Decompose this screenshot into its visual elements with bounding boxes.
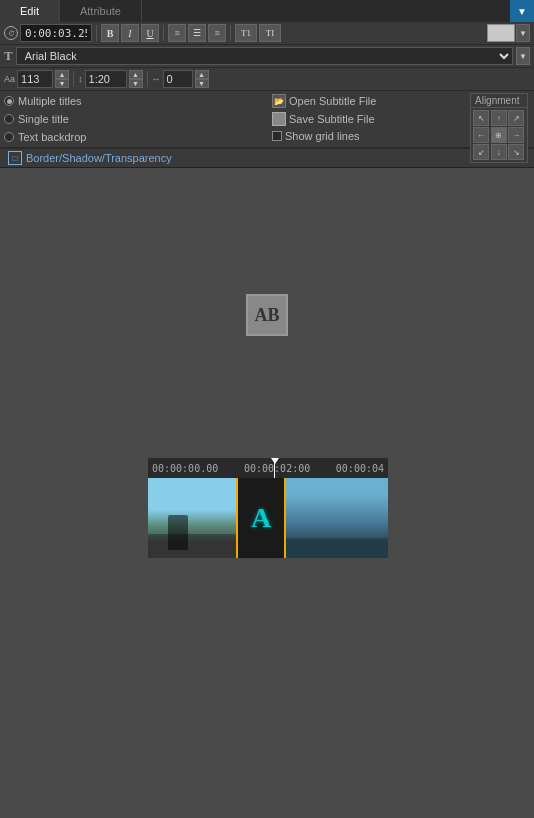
tab-dropdown-btn[interactable]: ▼ — [510, 0, 534, 22]
spacing2-input[interactable] — [163, 70, 193, 88]
clip-sky-left[interactable] — [148, 478, 236, 558]
italic-button[interactable]: I — [121, 24, 139, 42]
clip-text-center[interactable]: A — [236, 478, 286, 558]
toolbar-row-1: ⏱ B I U ≡ ☰ ≡ T1 TI ▼ — [0, 22, 534, 45]
font-select[interactable]: Arial Black — [16, 47, 513, 65]
font-size-input[interactable] — [17, 70, 53, 88]
align-grid: ↖ ↑ ↗ ← ⊕ → ↙ ↓ ↘ — [471, 108, 527, 162]
color-swatch[interactable] — [487, 24, 515, 42]
text-backdrop-option[interactable]: Text backdrop — [4, 129, 265, 145]
timeline-header: 00:00:00.00 00:00:02:00 00:00:04 — [148, 458, 388, 478]
underline-button[interactable]: U — [141, 24, 159, 42]
align-right-button[interactable]: ≡ — [208, 24, 226, 42]
align-bl-btn[interactable]: ↙ — [473, 144, 489, 160]
size-row: Aa ▲ ▼ ↕ ▲ ▼ ↔ ▲ ▼ — [0, 68, 534, 91]
tab-edit[interactable]: Edit — [0, 0, 60, 22]
multiple-titles-label: Multiple titles — [18, 95, 82, 107]
tab-edit-label: Edit — [20, 5, 39, 17]
align-left-button[interactable]: ≡ — [168, 24, 186, 42]
border-shadow-btn[interactable]: □ Border/Shadow/Transparency — [0, 148, 534, 167]
clock-icon: ⏱ — [4, 26, 18, 40]
bold-button[interactable]: B — [101, 24, 119, 42]
size-up-btn[interactable]: ▲ — [55, 70, 69, 79]
text-backdrop-label: Text backdrop — [18, 131, 86, 143]
text-backdrop-radio[interactable] — [4, 132, 14, 142]
canvas-area: AB — [0, 175, 534, 455]
single-title-label: Single title — [18, 113, 69, 125]
align-tr-btn[interactable]: ↗ — [508, 110, 524, 126]
font-row: T Arial Black ▼ — [0, 45, 534, 68]
playhead-arrow — [271, 458, 279, 464]
tab-bar: Edit Attribute ▼ — [0, 0, 534, 22]
tab-spacer — [142, 0, 510, 22]
align-tl-btn[interactable]: ↖ — [473, 110, 489, 126]
person-silhouette — [168, 515, 188, 550]
t1-button[interactable]: T1 — [235, 24, 257, 42]
save-subtitle-label: Save Subtitle File — [289, 113, 375, 125]
align-center-button[interactable]: ☰ — [188, 24, 206, 42]
alignment-panel: Alignment ↖ ↑ ↗ ← ⊕ → ↙ ↓ ↘ — [470, 93, 528, 163]
spacing1-down-btn[interactable]: ▼ — [129, 79, 143, 88]
separator-2 — [163, 25, 164, 41]
separator-4 — [73, 71, 74, 87]
time-tick-mid: 00:00:02:00 — [244, 463, 310, 474]
timeline-tracks: A — [148, 478, 388, 558]
multiple-titles-radio[interactable] — [4, 96, 14, 106]
alignment-label: Alignment — [471, 94, 527, 108]
clip-sky-shadow — [148, 534, 236, 558]
spacing1-input[interactable] — [85, 70, 127, 88]
top-panel: Edit Attribute ▼ ⏱ B I U ≡ ☰ ≡ T1 TI ▼ T — [0, 0, 534, 168]
save-file-icon — [272, 112, 286, 126]
ab-label: AB — [254, 305, 279, 326]
size-icon: Aa — [4, 74, 15, 84]
ti-button[interactable]: TI — [259, 24, 281, 42]
spacing1-up-btn[interactable]: ▲ — [129, 70, 143, 79]
clip-text-letter: A — [251, 502, 271, 534]
single-title-option[interactable]: Single title — [4, 111, 265, 127]
align-mc-btn[interactable]: ⊕ — [491, 127, 507, 143]
spacing1-spinners: ▲ ▼ — [129, 70, 143, 88]
time-input[interactable] — [20, 24, 92, 42]
separator-5 — [147, 71, 148, 87]
border-icon: □ — [8, 151, 22, 165]
spacing2-spinners: ▲ ▼ — [195, 70, 209, 88]
align-mr-btn[interactable]: → — [508, 127, 524, 143]
open-file-icon: 📂 — [272, 94, 286, 108]
separator-1 — [96, 25, 97, 41]
clip-sky-right[interactable] — [286, 478, 388, 558]
spacing1-icon: ↕ — [78, 74, 83, 84]
multiple-titles-option[interactable]: Multiple titles — [4, 93, 265, 109]
border-shadow-label: Border/Shadow/Transparency — [26, 152, 172, 164]
single-title-radio[interactable] — [4, 114, 14, 124]
font-T-icon: T — [4, 48, 13, 64]
tab-attribute-label: Attribute — [80, 5, 121, 17]
spacing2-icon: ↔ — [152, 74, 161, 84]
show-grid-checkbox[interactable] — [272, 131, 282, 141]
align-ml-btn[interactable]: ← — [473, 127, 489, 143]
time-tick-end: 00:00:04 — [336, 463, 384, 474]
color-arrow-btn[interactable]: ▼ — [516, 24, 530, 42]
spacing2-up-btn[interactable]: ▲ — [195, 70, 209, 79]
spacing2-down-btn[interactable]: ▼ — [195, 79, 209, 88]
show-grid-label: Show grid lines — [285, 130, 360, 142]
timeline-area: 00:00:00.00 00:00:02:00 00:00:04 A — [148, 458, 388, 558]
align-br-btn[interactable]: ↘ — [508, 144, 524, 160]
align-tc-btn[interactable]: ↑ — [491, 110, 507, 126]
open-subtitle-label: Open Subtitle File — [289, 95, 376, 107]
separator-3 — [230, 25, 231, 41]
font-dropdown-btn[interactable]: ▼ — [516, 47, 530, 65]
left-options: Multiple titles Single title Text backdr… — [4, 93, 265, 145]
tab-attribute[interactable]: Attribute — [60, 0, 142, 22]
time-tick-start: 00:00:00.00 — [152, 463, 218, 474]
size-down-btn[interactable]: ▼ — [55, 79, 69, 88]
size-spinners: ▲ ▼ — [55, 70, 69, 88]
align-bc-btn[interactable]: ↓ — [491, 144, 507, 160]
clip-right-shadow — [286, 538, 388, 558]
ab-text-icon: AB — [246, 294, 288, 336]
color-area: ▼ — [487, 24, 530, 42]
chevron-down-icon: ▼ — [517, 6, 527, 17]
options-row-1: Multiple titles Single title Text backdr… — [0, 91, 534, 148]
